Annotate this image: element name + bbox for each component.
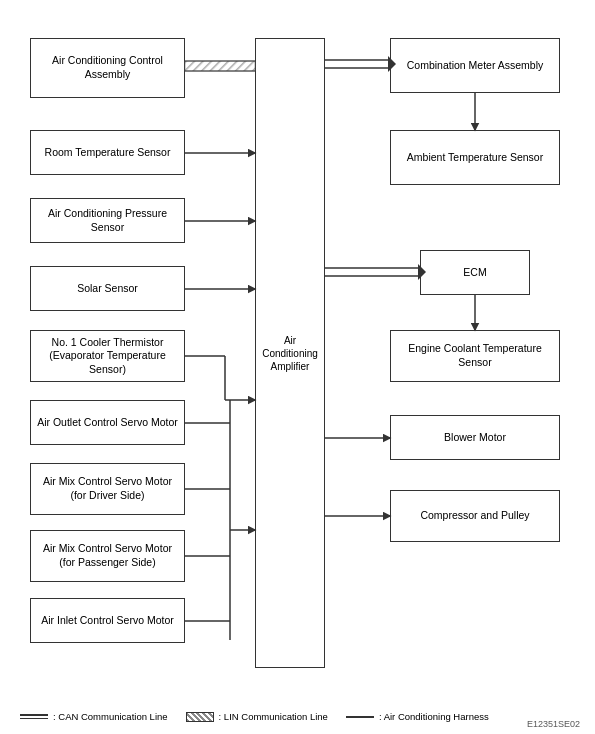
legend-harness: : Air Conditioning Harness [346,711,489,722]
legend-can: : CAN Communication Line [20,711,168,722]
box-solar: Solar Sensor [30,266,185,311]
lin-line-symbol [186,712,214,722]
box-air-mix-passenger: Air Mix Control Servo Motor (for Passeng… [30,530,185,582]
box-air-cond-control: Air Conditioning Control Assembly [30,38,185,98]
box-ac-pressure: Air Conditioning Pressure Sensor [30,198,185,243]
box-ecm: ECM [420,250,530,295]
box-engine-coolant: Engine Coolant Temperature Sensor [390,330,560,382]
box-combination-meter: Combination Meter Assembly [390,38,560,93]
svg-rect-1 [185,61,255,71]
box-blower: Blower Motor [390,415,560,460]
box-compressor: Compressor and Pulley [390,490,560,542]
box-room-temp: Room Temperature Sensor [30,130,185,175]
diagram-id: E12351SE02 [527,719,580,729]
can-line-symbol [20,714,48,719]
harness-line-symbol [346,716,374,718]
box-cooler-thermistor: No. 1 Cooler Thermistor (Evaporator Temp… [30,330,185,382]
diagram-container: Air Conditioning Control Assembly Room T… [0,0,595,734]
box-air-inlet: Air Inlet Control Servo Motor [30,598,185,643]
legend-lin: : LIN Communication Line [186,711,328,722]
box-air-mix-driver: Air Mix Control Servo Motor (for Driver … [30,463,185,515]
legend: : CAN Communication Line : LIN Communica… [20,711,489,722]
box-air-outlet: Air Outlet Control Servo Motor [30,400,185,445]
box-amplifier: Air Conditioning Amplifier [255,38,325,668]
box-ambient-temp: Ambient Temperature Sensor [390,130,560,185]
